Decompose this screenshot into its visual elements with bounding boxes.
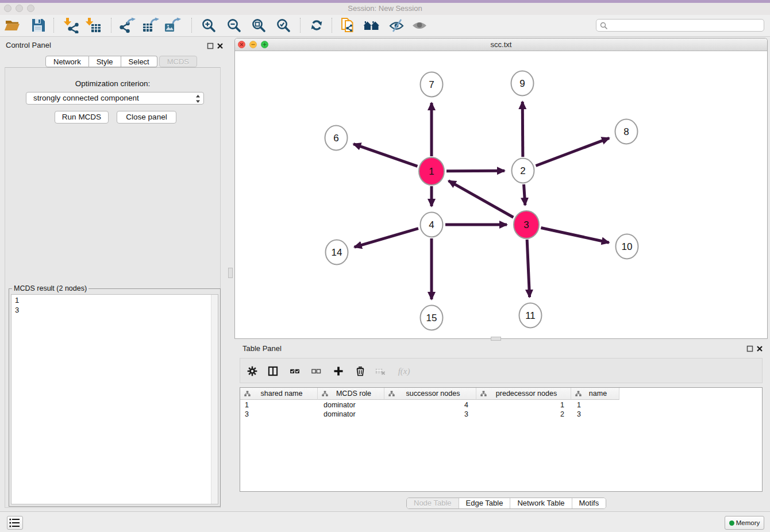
- table-row-1[interactable]: 1dominator411: [240, 400, 619, 410]
- edge-3-10[interactable]: [541, 228, 609, 243]
- network-minimize-button[interactable]: [249, 41, 257, 48]
- node-label-10: 10: [622, 241, 633, 252]
- list-icon: [7, 516, 22, 529]
- export-network-icon[interactable]: [118, 17, 136, 33]
- optimization-dropdown[interactable]: strongly connected component: [26, 92, 204, 105]
- window-close-button[interactable]: [4, 5, 11, 12]
- cell: 1: [571, 400, 619, 410]
- zoom-in-icon[interactable]: [200, 17, 217, 33]
- zoom-out-icon[interactable]: [225, 17, 242, 33]
- memory-button[interactable]: Memory: [725, 516, 764, 530]
- delete-column-icon: [375, 365, 386, 377]
- cell: 1: [476, 400, 571, 410]
- tab-network[interactable]: Network: [45, 56, 89, 67]
- node-table: shared nameMCDS rolesuccessor nodesprede…: [240, 387, 763, 492]
- edge-2-9[interactable]: [522, 102, 523, 157]
- tab-motifs[interactable]: Motifs: [572, 498, 606, 508]
- close-panel-button[interactable]: Close panel: [117, 111, 176, 124]
- refresh-icon[interactable]: [308, 17, 325, 33]
- node-label-7: 7: [429, 79, 434, 90]
- memory-status-icon: [729, 521, 734, 526]
- optimization-label: Optimization criterion:: [5, 79, 220, 88]
- window-minimize-button[interactable]: [16, 5, 23, 12]
- table-row-2[interactable]: 3dominator323: [240, 410, 619, 419]
- toolbar-separator: [111, 18, 111, 33]
- hide-details-icon[interactable]: [388, 17, 405, 33]
- window-zoom-button[interactable]: [27, 5, 34, 12]
- cell: 3: [571, 410, 619, 419]
- cell: dominator: [318, 400, 384, 410]
- zoom-fit-icon[interactable]: [250, 17, 267, 33]
- node-label-14: 14: [332, 247, 342, 258]
- network-window-titlebar[interactable]: scc.txt: [235, 38, 767, 51]
- select-all-icon[interactable]: [289, 365, 301, 377]
- node-label-6: 6: [333, 133, 338, 144]
- edge-4-14[interactable]: [355, 229, 418, 247]
- columns-icon[interactable]: [267, 365, 279, 377]
- node-label-8: 8: [623, 126, 629, 137]
- function-icon: f(x): [397, 365, 414, 377]
- clone-network-icon[interactable]: [339, 17, 356, 33]
- column-header-shared-name[interactable]: shared name: [240, 388, 318, 400]
- import-table-icon[interactable]: [84, 17, 102, 33]
- zoom-selected-icon[interactable]: [275, 17, 292, 33]
- birds-eye-icon[interactable]: [411, 17, 428, 33]
- export-image-icon[interactable]: [164, 17, 181, 33]
- import-network-icon[interactable]: [63, 17, 80, 33]
- mcds-result-title: MCDS result (2 nodes): [12, 284, 88, 292]
- tab-edge-table[interactable]: Edge Table: [459, 498, 511, 508]
- column-header-successor-nodes[interactable]: successor nodes: [384, 388, 476, 400]
- app-title: Session: New Session: [0, 3, 770, 14]
- dropdown-stepper-icon: [195, 94, 201, 103]
- edge-2-8[interactable]: [536, 138, 609, 165]
- network-overview-icon[interactable]: [363, 17, 380, 33]
- search-input[interactable]: [596, 19, 764, 32]
- run-mcds-button[interactable]: Run MCDS: [55, 111, 109, 124]
- trash-icon[interactable]: [355, 365, 366, 377]
- tab-style[interactable]: Style: [89, 56, 121, 67]
- tab-node-table[interactable]: Node Table: [407, 498, 459, 508]
- add-icon[interactable]: [333, 365, 344, 377]
- save-session-icon[interactable]: [29, 17, 47, 33]
- node-table-header: shared nameMCDS rolesuccessor nodesprede…: [240, 388, 619, 400]
- table-panel-float-button[interactable]: [746, 345, 753, 352]
- task-history-button[interactable]: [7, 516, 23, 530]
- toolbar-separator: [300, 18, 301, 33]
- table-panel-tabs: Node TableEdge TableNetwork TableMotifs: [406, 498, 606, 509]
- edge-1-2[interactable]: [446, 171, 505, 171]
- toolbar-separator: [332, 18, 332, 33]
- edge-1-6[interactable]: [353, 144, 417, 167]
- control-panel-tabs: NetworkStyleSelectMCDS: [45, 56, 197, 67]
- network-zoom-button[interactable]: [261, 41, 268, 48]
- gear-icon[interactable]: [247, 365, 258, 377]
- mcds-result-scrollbar[interactable]: [211, 295, 218, 504]
- column-header-predecessor-nodes[interactable]: predecessor nodes: [476, 388, 571, 400]
- cell: 1: [240, 400, 318, 410]
- horizontal-splitter-handle[interactable]: [491, 337, 501, 341]
- column-header-name[interactable]: name: [571, 388, 619, 400]
- network-close-button[interactable]: [238, 41, 245, 48]
- app-titlebar: Session: New Session: [0, 3, 770, 15]
- table-panel-close-button[interactable]: [756, 345, 763, 352]
- open-session-icon[interactable]: [3, 17, 21, 33]
- tab-select[interactable]: Select: [121, 56, 157, 67]
- tab-mcds[interactable]: MCDS: [159, 56, 197, 67]
- cell: 3: [384, 410, 476, 419]
- node-label-9: 9: [519, 78, 525, 89]
- edge-3-11[interactable]: [527, 240, 529, 297]
- edge-3-1[interactable]: [449, 181, 514, 218]
- column-header-MCDS-role[interactable]: MCDS role: [318, 388, 384, 400]
- mcds-result-area[interactable]: 1 3: [11, 294, 218, 504]
- vertical-splitter-handle[interactable]: [228, 268, 233, 278]
- search-icon: [600, 22, 608, 30]
- network-graph[interactable]: 7968124314101511: [235, 51, 767, 338]
- control-panel-float-button[interactable]: [207, 43, 214, 49]
- control-panel-title: Control Panel: [6, 41, 51, 49]
- control-panel-close-button[interactable]: [217, 43, 224, 49]
- node-label-1: 1: [429, 166, 434, 177]
- tab-network-table[interactable]: Network Table: [510, 498, 572, 508]
- export-table-icon[interactable]: [142, 17, 159, 33]
- cell: 2: [476, 410, 571, 419]
- unselect-all-icon[interactable]: [310, 365, 322, 377]
- edge-2-3[interactable]: [524, 184, 525, 205]
